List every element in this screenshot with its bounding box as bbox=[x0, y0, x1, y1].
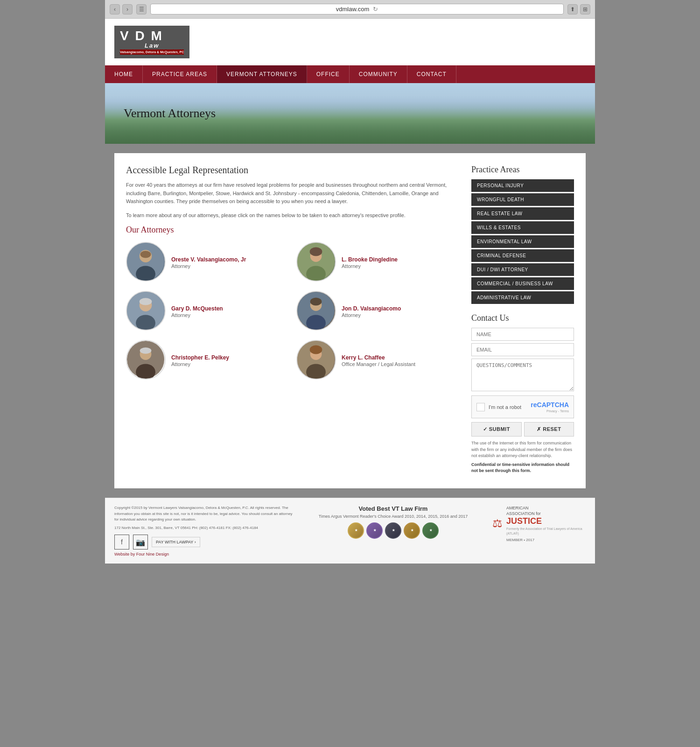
instagram-icon[interactable]: 📷 bbox=[133, 535, 148, 550]
contact-form: I'm not a robot reCAPTCHA Privacy - Term… bbox=[471, 328, 574, 474]
practice-link-commercial[interactable]: Commercial / Business Law bbox=[471, 277, 574, 290]
attorneys-section-title: Our Attorneys bbox=[126, 225, 460, 235]
attorney-info-christopher: Christopher E. Pelkey Attorney bbox=[171, 353, 229, 367]
nav-home[interactable]: Home bbox=[105, 65, 143, 83]
main-content: Accessible Legal Representation For over… bbox=[114, 153, 586, 488]
practice-areas-title: Practice Areas bbox=[471, 165, 574, 175]
practice-item-real-estate[interactable]: Real Estate Law bbox=[471, 207, 574, 220]
nav-community[interactable]: Community bbox=[350, 65, 407, 83]
attorney-role-jon: Attorney bbox=[342, 312, 401, 318]
submit-button[interactable]: ✓ SUBMIT bbox=[471, 422, 522, 437]
attorney-info-gary: Gary D. McQuesten Attorney bbox=[171, 304, 223, 318]
attorney-card-oreste: Oreste V. Valsangiacomo, Jr Attorney bbox=[126, 242, 289, 282]
reset-button[interactable]: ✗ RESET bbox=[524, 422, 574, 437]
aaj-logo: ⚖ AMERICAN ASSOCIATION for JUSTICE Forme… bbox=[492, 505, 586, 542]
practice-link-wrongful-death[interactable]: Wrongful Death bbox=[471, 193, 574, 206]
attorney-grid: Oreste V. Valsangiacomo, Jr Attorney bbox=[126, 242, 460, 380]
attorney-info-brooke: L. Brooke Dingledine Attorney bbox=[342, 255, 398, 269]
practice-item-personal-injury[interactable]: Personal Injury bbox=[471, 179, 574, 192]
footer-left: Copyright ©2015 by Vermont Lawyers Valsa… bbox=[114, 505, 294, 557]
lawpay-label: PAY WITH LAWPAY › bbox=[156, 540, 196, 544]
practice-item-wills[interactable]: Wills & Estates bbox=[471, 221, 574, 234]
attorney-row-2: Gary D. McQuesten Attorney bbox=[126, 291, 460, 331]
contact-comments-textarea[interactable] bbox=[471, 359, 574, 391]
aaj-text-block: AMERICAN ASSOCIATION for JUSTICE Formerl… bbox=[506, 505, 586, 542]
attorney-info-jon: Jon D. Valsangiacomo Attorney bbox=[342, 304, 401, 318]
new-tab-button[interactable]: ⊞ bbox=[580, 4, 590, 14]
reload-icon[interactable]: ↻ bbox=[373, 6, 378, 13]
attorney-name-jon[interactable]: Jon D. Valsangiacomo bbox=[342, 305, 401, 312]
contact-email-input[interactable] bbox=[471, 343, 574, 356]
logo-area[interactable]: V D M Law Valsangiacomo, Detora & McQues… bbox=[114, 26, 189, 58]
main-content-wrapper: Accessible Legal Representation For over… bbox=[105, 144, 595, 498]
site-wrapper: V D M Law Valsangiacomo, Detora & McQues… bbox=[105, 19, 595, 564]
contact-name-input[interactable] bbox=[471, 328, 574, 341]
award-badge-2: ★ bbox=[366, 522, 383, 539]
intro-paragraph-2: To learn more about any of our attorneys… bbox=[126, 211, 460, 220]
address-bar[interactable]: vdmlaw.com ↻ bbox=[150, 4, 564, 14]
aaj-sub: Formerly the Association of Trial Lawyer… bbox=[506, 527, 586, 536]
share-button[interactable]: ⬆ bbox=[567, 4, 578, 14]
website-credit-link[interactable]: Website by Four Nine Design bbox=[114, 552, 294, 557]
practice-item-criminal[interactable]: Criminal Defense bbox=[471, 249, 574, 262]
practice-link-environmental[interactable]: Environmental Law bbox=[471, 235, 574, 248]
forward-button[interactable]: › bbox=[122, 4, 133, 14]
attorney-card-christopher: Christopher E. Pelkey Attorney bbox=[126, 340, 289, 380]
practice-list: Personal Injury Wrongful Death Real Esta… bbox=[471, 179, 574, 304]
practice-link-wills[interactable]: Wills & Estates bbox=[471, 221, 574, 234]
practice-item-dui[interactable]: DUI / DWI Attorney bbox=[471, 263, 574, 276]
facebook-icon[interactable]: f bbox=[114, 535, 129, 550]
attorney-name-oreste[interactable]: Oreste V. Valsangiacomo, Jr bbox=[171, 256, 246, 263]
hero-banner: Vermont Attorneys bbox=[105, 83, 595, 144]
left-column: Accessible Legal Representation For over… bbox=[126, 165, 460, 477]
nav-office[interactable]: Office bbox=[307, 65, 350, 83]
attorney-role-brooke: Attorney bbox=[342, 263, 398, 269]
attorney-card-kerry: Kerry L. Chaffee Office Manager / Legal … bbox=[296, 340, 460, 380]
practice-item-wrongful-death[interactable]: Wrongful Death bbox=[471, 193, 574, 206]
footer-center: Voted Best VT Law Firm Times Argus Vermo… bbox=[303, 505, 483, 539]
nav-contact[interactable]: Contact bbox=[407, 65, 456, 83]
svg-point-4 bbox=[140, 251, 151, 258]
attorney-role-kerry: Office Manager / Legal Assistant bbox=[342, 361, 415, 367]
form-confidential: Confidential or time-sensitive informati… bbox=[471, 462, 574, 474]
practice-link-real-estate[interactable]: Real Estate Law bbox=[471, 207, 574, 220]
aaj-text: AMERICAN ASSOCIATION for JUSTICE bbox=[506, 505, 586, 525]
logo-box: V D M Law Valsangiacomo, Detora & McQues… bbox=[114, 26, 189, 58]
practice-item-administrative[interactable]: Administrative Law bbox=[471, 291, 574, 304]
aaj-scales-icon: ⚖ bbox=[492, 517, 503, 530]
right-column: Practice Areas Personal Injury Wrongful … bbox=[471, 165, 574, 477]
attorney-photo-oreste bbox=[126, 242, 166, 282]
attorney-name-kerry[interactable]: Kerry L. Chaffee bbox=[342, 354, 385, 361]
svg-point-12 bbox=[140, 298, 152, 305]
contact-us-title: Contact Us bbox=[471, 313, 574, 323]
captcha-checkbox[interactable] bbox=[476, 403, 485, 411]
footer-right: ⚖ AMERICAN ASSOCIATION for JUSTICE Forme… bbox=[492, 505, 586, 542]
browser-chrome: ‹ › ☰ vdmlaw.com ↻ ⬆ ⊞ bbox=[105, 0, 595, 19]
site-header: V D M Law Valsangiacomo, Detora & McQues… bbox=[105, 19, 595, 65]
practice-link-dui[interactable]: DUI / DWI Attorney bbox=[471, 263, 574, 276]
sidebar-toggle[interactable]: ☰ bbox=[136, 4, 147, 14]
footer-inner: Copyright ©2015 by Vermont Lawyers Valsa… bbox=[114, 505, 586, 557]
intro-paragraph-1: For over 40 years the attorneys at our f… bbox=[126, 181, 460, 206]
award-badge-3: ★ bbox=[385, 522, 401, 539]
site-footer: Copyright ©2015 by Vermont Lawyers Valsa… bbox=[105, 498, 595, 564]
nav-vermont-attorneys[interactable]: Vermont Attorneys bbox=[217, 65, 307, 83]
practice-link-personal-injury[interactable]: Personal Injury bbox=[471, 179, 574, 192]
award-badge-5: ★ bbox=[422, 522, 439, 539]
attorney-role-gary: Attorney bbox=[171, 312, 223, 318]
attorney-row-1: Oreste V. Valsangiacomo, Jr Attorney bbox=[126, 242, 460, 282]
attorney-name-gary[interactable]: Gary D. McQuesten bbox=[171, 305, 223, 312]
award-badge-4: ★ bbox=[404, 522, 420, 539]
svg-point-20 bbox=[140, 348, 152, 354]
practice-item-commercial[interactable]: Commercial / Business Law bbox=[471, 277, 574, 290]
svg-point-16 bbox=[310, 298, 322, 306]
attorney-photo-jon bbox=[296, 291, 336, 331]
nav-practice-areas[interactable]: Practice Areas bbox=[143, 65, 217, 83]
practice-link-criminal[interactable]: Criminal Defense bbox=[471, 249, 574, 262]
practice-link-administrative[interactable]: Administrative Law bbox=[471, 291, 574, 304]
back-button[interactable]: ‹ bbox=[110, 4, 120, 14]
practice-item-environmental[interactable]: Environmental Law bbox=[471, 235, 574, 248]
attorney-name-christopher[interactable]: Christopher E. Pelkey bbox=[171, 354, 229, 361]
attorney-name-brooke[interactable]: L. Brooke Dingledine bbox=[342, 256, 398, 263]
lawpay-badge[interactable]: PAY WITH LAWPAY › bbox=[152, 537, 200, 547]
